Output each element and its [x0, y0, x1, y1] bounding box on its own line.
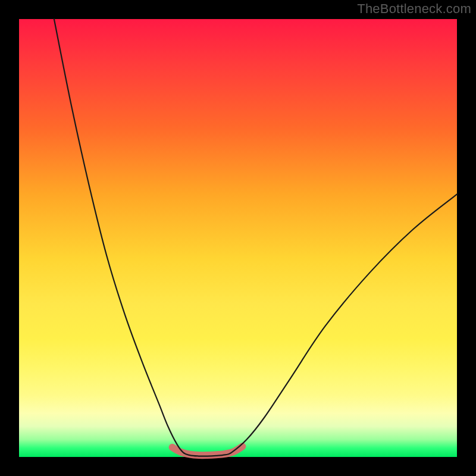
chart-svg [19, 19, 457, 457]
chart-frame: TheBottleneck.com [0, 0, 476, 476]
chart-plot-area [19, 19, 457, 457]
watermark-text: TheBottleneck.com [357, 1, 471, 17]
bottleneck-curve [54, 19, 457, 456]
highlight-segment [173, 446, 243, 455]
